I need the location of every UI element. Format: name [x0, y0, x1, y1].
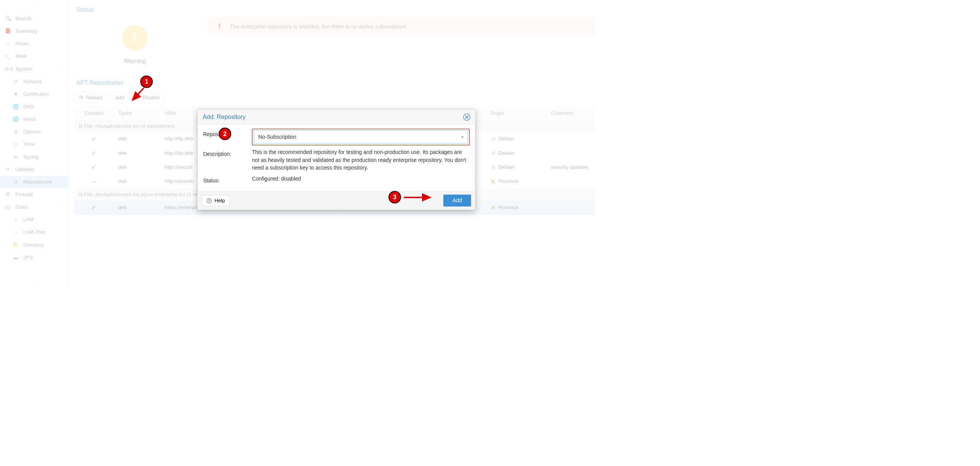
terminal-icon: >_ [5, 53, 11, 59]
gear-icon: ⚙ [13, 129, 19, 135]
annotation-3: 3 [388, 191, 401, 203]
alert-icon: ❗ [216, 24, 223, 30]
sidebar-item-dns[interactable]: 🌐DNS [0, 101, 69, 113]
sidebar-item-system[interactable]: ⚙⚙System [0, 63, 61, 75]
check-icon: ✔ [92, 150, 96, 156]
sidebar-item-label: ZFS [23, 254, 33, 260]
sidebar-item-shell[interactable]: >_Shell [0, 50, 69, 63]
close-icon[interactable]: ✕ [463, 114, 470, 120]
sidebar-item-label: Updates [15, 166, 34, 172]
swap-icon: ⇄ [13, 78, 19, 85]
chevron-down-icon: ﹀ [61, 205, 65, 210]
layers-icon: ▬ [13, 254, 19, 260]
sidebar-collapse-up[interactable]: ︿ [0, 0, 69, 10]
sidebar-item-disks[interactable]: 🖴Disks [0, 201, 61, 214]
note-icon: ▭ [5, 41, 11, 47]
copy-icon: ⧉ [13, 179, 19, 185]
chevron-down-icon: ▾ [461, 135, 463, 139]
refresh-icon: ⟳ [5, 166, 11, 172]
list-icon: ≣ [13, 154, 19, 160]
help-button[interactable]: ?Help [202, 195, 230, 206]
help-icon: ? [207, 198, 212, 203]
refresh-icon: ⟳ [80, 95, 84, 101]
annotation-2-highlight: No-Subscription ▾ [252, 129, 469, 145]
warning-label: Warning [75, 57, 195, 65]
disk-icon: 🖴 [5, 204, 11, 210]
sidebar-item-hosts[interactable]: 🌐Hosts [0, 113, 69, 125]
dash-icon: — [91, 178, 97, 185]
annotation-3-arrow [402, 193, 435, 202]
sidebar-collapse-down[interactable]: ﹀ [0, 275, 69, 285]
sidebar-item-notes[interactable]: ▭Notes [0, 38, 69, 50]
sidebar-item-network[interactable]: ⇄Network [0, 75, 69, 88]
sidebar-item-label: Time [23, 141, 34, 147]
repository-select[interactable]: No-Subscription ▾ [254, 131, 468, 144]
repository-select-value: No-Subscription [258, 134, 296, 140]
db-icon: ▪ [13, 217, 19, 223]
sidebar-item-lvm[interactable]: ▪LVM [0, 214, 69, 226]
sidebar-item-label: LVM [23, 217, 33, 223]
apt-repositories-title: APT Repositories [76, 79, 593, 86]
status-label: Status: [203, 175, 252, 184]
sidebar-item-label: Search [15, 16, 32, 22]
sidebar-item-firewall[interactable]: ⛨Firewall [0, 188, 63, 201]
chevron-down-icon: ﹀ [61, 167, 65, 172]
sidebar-item-label: Directory [23, 242, 44, 248]
chevron-right-icon: › [63, 192, 64, 196]
warning-icon: ! [123, 25, 148, 51]
status-title: Status [76, 6, 593, 13]
apt-toolbar: ⟳Reload Add Disable [75, 91, 595, 107]
sidebar-item-syslog[interactable]: ≣Syslog [0, 150, 69, 163]
debian-logo-icon [490, 136, 496, 142]
svg-line-1 [132, 88, 143, 100]
status-warning-card: ! Warning [75, 18, 195, 65]
description-label: Description: [203, 148, 252, 172]
sidebar-item-repositories[interactable]: ⧉Repositories [0, 176, 69, 188]
sidebar-item-label: Disks [15, 204, 28, 210]
book-icon: 📕 [5, 28, 11, 34]
sidebar-item-search[interactable]: 🔍Search [0, 12, 69, 25]
col-comment[interactable]: Comment [546, 107, 595, 120]
sidebar-item-updates[interactable]: ⟳Updates [0, 163, 61, 176]
cert-icon: ✸ [13, 91, 19, 97]
subscription-alert: ❗ The enterprise repository is enabled, … [209, 18, 595, 35]
sidebar: ︿ 🔍Search📕Summary▭Notes>_Shell⚙⚙System﹀⇄… [0, 0, 69, 286]
sidebar-item-time[interactable]: ◷Time [0, 138, 69, 150]
sidebar-item-lvm-thin[interactable]: ▫LVM-Thin [0, 226, 69, 239]
sidebar-item-label: Network [23, 78, 42, 85]
sidebar-item-label: System [15, 66, 32, 72]
globe-icon: 🌐 [13, 116, 19, 122]
proxmox-logo-icon [490, 205, 496, 211]
add-button[interactable]: Add [110, 92, 129, 103]
debian-logo-icon [490, 150, 496, 156]
sidebar-item-label: Hosts [23, 116, 36, 122]
sidebar-item-summary[interactable]: 📕Summary [0, 25, 69, 38]
dbthin-icon: ▫ [13, 229, 19, 235]
sidebar-item-directory[interactable]: 📁Directory [0, 239, 69, 251]
sidebar-item-label: Summary [15, 28, 37, 34]
gears-icon: ⚙⚙ [5, 66, 11, 72]
alert-text: The enterprise repository is enabled, bu… [230, 23, 406, 30]
check-icon: ✔ [92, 136, 96, 142]
col-enabled[interactable]: Enabled [75, 107, 114, 120]
col-origin[interactable]: Origin [486, 107, 546, 120]
dialog-add-button[interactable]: Add [443, 195, 471, 206]
annotation-1-arrow [128, 86, 147, 104]
debian-logo-icon [490, 164, 496, 170]
sidebar-item-label: DNS [23, 104, 34, 110]
dialog-header: Add: Repository ✕ [197, 110, 475, 124]
sidebar-item-certificates[interactable]: ✸Certificates [0, 88, 69, 101]
annotation-2: 2 [219, 128, 231, 140]
sidebar-item-label: Options [23, 129, 41, 135]
sidebar-item-options[interactable]: ⚙Options [0, 125, 69, 138]
shield-icon: ⛨ [5, 192, 11, 198]
sidebar-item-zfs[interactable]: ▬ZFS [0, 251, 69, 264]
description-text: This is the recommended repository for t… [252, 148, 469, 172]
dialog-title: Add: Repository [202, 113, 245, 120]
status-value: Configured: disabled [252, 175, 469, 184]
reload-button[interactable]: ⟳Reload [75, 92, 107, 103]
sidebar-item-label: Notes [15, 41, 29, 47]
folder-icon: 📁 [13, 242, 19, 248]
proxmox-logo-icon [490, 179, 496, 184]
col-types[interactable]: Types [114, 107, 160, 120]
